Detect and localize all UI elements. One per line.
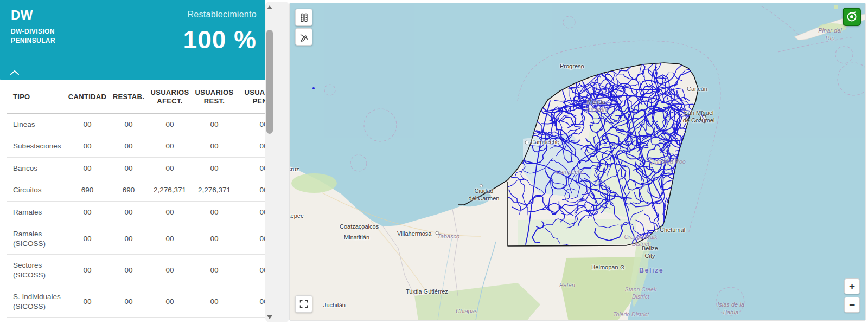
row-value: 00 <box>148 135 192 158</box>
row-value: 00 <box>65 201 110 223</box>
row-value: 00 <box>192 201 237 223</box>
scroll-up-arrow[interactable] <box>265 3 274 11</box>
row-value: 00 <box>65 255 110 286</box>
row-value: 690 <box>65 179 110 202</box>
row-value: 00 <box>192 157 237 179</box>
table-row: Sectores (SICOSS)0000000000 <box>7 255 265 286</box>
scroll-down-arrow[interactable] <box>265 313 274 321</box>
restoration-panel: DW DW-DIVISION PENINSULAR Restablecimien… <box>0 0 265 324</box>
col-header-cantidad: CANTIDAD <box>65 80 110 113</box>
row-value: 00 <box>237 157 265 179</box>
row-value: 00 <box>65 223 110 255</box>
scrollbar-thumb[interactable] <box>266 30 273 134</box>
restoration-table: TIPO CANTIDAD RESTAB. USUARIOS AFECT. US… <box>7 80 265 318</box>
small-island <box>834 5 838 9</box>
row-label: Circuitos <box>7 179 65 202</box>
row-value: 00 <box>110 135 148 158</box>
row-label: Subestaciones <box>7 135 65 158</box>
row-label: Sectores (SICOSS) <box>7 255 65 286</box>
row-value: 2,276,371 <box>192 179 237 202</box>
measure-tool-button[interactable] <box>295 9 312 26</box>
row-label: S. Individuales (SICOSS) <box>7 286 65 317</box>
row-value: 00 <box>237 201 265 223</box>
draw-tool-button[interactable] <box>295 28 312 46</box>
scrollbar-column <box>265 0 289 324</box>
table-header-row: TIPO CANTIDAD RESTAB. USUARIOS AFECT. US… <box>7 80 265 113</box>
table-row: Líneas0000000000 <box>7 113 265 135</box>
row-label: Ramales <box>7 201 65 223</box>
measure-icon <box>299 13 309 22</box>
table-row: Ramales (SICOSS)0000000000 <box>7 223 265 255</box>
map-canvas <box>290 3 866 321</box>
row-value: 00 <box>192 223 237 255</box>
row-value: 00 <box>110 255 148 286</box>
row-value: 00 <box>192 286 237 317</box>
row-value: 2,276,371 <box>148 179 192 202</box>
row-value: 00 <box>192 113 237 135</box>
restoration-label: Restablecimiento <box>187 10 257 20</box>
row-value: 690 <box>110 179 148 202</box>
map[interactable]: ProgresoMéridaCancúnCampecheCiudad del C… <box>289 3 866 321</box>
row-value: 00 <box>237 179 265 202</box>
zoom-controls: + − <box>844 278 860 313</box>
row-value: 00 <box>148 157 192 179</box>
row-value: 00 <box>237 286 265 317</box>
row-value: 00 <box>237 113 265 135</box>
brand-logo-button[interactable] <box>843 8 861 26</box>
division-code: DW <box>11 8 87 23</box>
row-value: 00 <box>237 255 265 286</box>
col-header-tipo: TIPO <box>7 80 65 113</box>
vegetation-patch <box>291 173 337 193</box>
row-value: 00 <box>65 286 110 317</box>
row-value: 00 <box>110 113 148 135</box>
row-label: Bancos <box>7 157 65 179</box>
col-header-usuarios-afect: USUARIOS AFECT. <box>148 80 192 113</box>
row-value: 00 <box>110 286 148 317</box>
table-row: Ramales0000000000 <box>7 201 265 223</box>
brand-logo-icon <box>846 11 857 22</box>
restoration-percentage: 100 % <box>183 25 257 54</box>
row-label: Líneas <box>7 113 65 135</box>
row-value: 00 <box>148 201 192 223</box>
col-header-usuarios-rest: USUARIOS REST. <box>192 80 237 113</box>
table-row: Circuitos6906902,276,3712,276,37100 <box>7 179 265 202</box>
collapse-chevron-icon[interactable] <box>10 69 20 76</box>
stray-marker <box>312 87 315 89</box>
row-value: 00 <box>65 157 110 179</box>
division-name: DW-DIVISION PENINSULAR <box>11 27 87 46</box>
row-value: 00 <box>192 255 237 286</box>
row-value: 00 <box>237 223 265 255</box>
row-value: 00 <box>110 157 148 179</box>
col-header-usuarios-pend: USUARIOS PEND. <box>237 80 265 113</box>
row-label: Ramales (SICOSS) <box>7 223 65 255</box>
fullscreen-icon <box>299 300 308 308</box>
row-value: 00 <box>110 201 148 223</box>
zoom-in-button[interactable]: + <box>844 278 860 294</box>
row-value: 00 <box>148 223 192 255</box>
cuba-vegetation <box>818 23 846 32</box>
vertical-scrollbar[interactable] <box>265 2 289 322</box>
table-row: Bancos0000000000 <box>7 157 265 179</box>
row-value: 00 <box>110 223 148 255</box>
table-row: S. Individuales (SICOSS)0000000000 <box>7 286 265 317</box>
table-row: Subestaciones0000000000 <box>7 135 265 158</box>
row-value: 00 <box>192 135 237 158</box>
pencil-slash-icon <box>299 33 309 42</box>
row-value: 00 <box>65 113 110 135</box>
row-value: 00 <box>237 135 265 158</box>
col-header-restab: RESTAB. <box>110 80 148 113</box>
row-value: 00 <box>148 286 192 317</box>
restoration-table-container: TIPO CANTIDAD RESTAB. USUARIOS AFECT. US… <box>0 80 265 324</box>
zoom-out-button[interactable]: − <box>844 297 860 313</box>
row-value: 00 <box>148 255 192 286</box>
row-value: 00 <box>148 113 192 135</box>
fullscreen-button[interactable] <box>295 295 312 313</box>
row-value: 00 <box>65 135 110 158</box>
panel-header: DW DW-DIVISION PENINSULAR Restablecimien… <box>0 0 265 80</box>
